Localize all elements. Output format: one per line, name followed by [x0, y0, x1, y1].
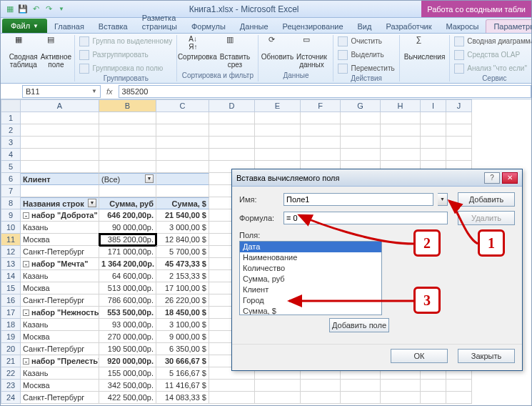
cell[interactable]: 11 416,67 $	[156, 380, 209, 392]
cell[interactable]	[301, 137, 341, 149]
row-header-17[interactable]: 17	[1, 307, 21, 319]
row-header-4[interactable]: 4	[1, 149, 21, 161]
formula-input[interactable]: 385200	[119, 85, 531, 98]
cell[interactable]	[99, 124, 156, 137]
cell[interactable]: 93 000,00р.	[99, 319, 156, 331]
cell[interactable]	[156, 173, 209, 185]
row-header-12[interactable]: 12	[1, 246, 21, 258]
cell[interactable]	[255, 149, 301, 161]
cell[interactable]: 190 500,00р.	[99, 343, 156, 355]
row-header-10[interactable]: 10	[1, 222, 21, 234]
cell[interactable]	[341, 380, 381, 392]
redo-icon[interactable]: ↷	[44, 4, 54, 14]
row-header-19[interactable]: 19	[1, 331, 21, 343]
tab-view[interactable]: Вид	[351, 20, 379, 33]
cell[interactable]: 385 200,00р.	[99, 234, 156, 246]
cell[interactable]	[209, 380, 255, 392]
row-header-7[interactable]: 7	[1, 185, 21, 197]
cell[interactable]	[381, 392, 421, 404]
row-header-18[interactable]: 18	[1, 319, 21, 331]
cell[interactable]: -набор "Нежность"	[21, 307, 99, 319]
cell[interactable]	[446, 149, 472, 161]
cell[interactable]	[99, 185, 156, 197]
cell[interactable]: Казань	[21, 367, 99, 380]
ungroup-button[interactable]: Разгруппировать	[79, 49, 172, 61]
col-header-B[interactable]: B	[99, 99, 156, 112]
clear-button[interactable]: Очистить	[338, 35, 394, 47]
cell[interactable]: 14 083,33 $	[156, 392, 209, 404]
cell[interactable]: Сумма, руб	[99, 197, 156, 209]
cell[interactable]	[255, 112, 301, 124]
add-field-button[interactable]: Добавить поле	[329, 318, 389, 332]
calculations-button[interactable]: ∑Вычисления	[404, 35, 446, 61]
cell[interactable]	[301, 124, 341, 137]
formula-input-dialog[interactable]	[283, 212, 448, 224]
col-header-J[interactable]: J	[446, 99, 472, 112]
cell[interactable]: Санкт-Петербург	[21, 246, 99, 258]
cell[interactable]: Москва	[21, 380, 99, 392]
cell[interactable]	[341, 149, 381, 161]
row-header-5[interactable]: 5	[1, 161, 21, 173]
cell[interactable]: 513 000,00р.	[99, 282, 156, 294]
field-item[interactable]: Клиент	[240, 284, 381, 295]
row-header-6[interactable]: 6	[1, 173, 21, 185]
cell[interactable]: Москва	[21, 331, 99, 343]
tab-page-layout[interactable]: Разметка страницы	[135, 11, 184, 33]
group-selection-button[interactable]: Группа по выделенному	[79, 35, 172, 47]
cell[interactable]	[21, 137, 99, 149]
cell[interactable]	[421, 112, 446, 124]
pivotchart-button[interactable]: Сводная диаграмма	[454, 35, 532, 47]
row-header-21[interactable]: 21	[1, 355, 21, 367]
cell[interactable]: 90 000,00р.	[99, 222, 156, 234]
field-item[interactable]: Сумма, руб	[240, 274, 381, 284]
cell[interactable]: 26 220,00 $	[156, 294, 209, 307]
cell[interactable]	[446, 112, 472, 124]
tab-home[interactable]: Главная	[47, 20, 91, 33]
cell[interactable]: 18 450,00 $	[156, 307, 209, 319]
cell[interactable]: 3 100,00 $	[156, 319, 209, 331]
col-header-A[interactable]: A	[21, 99, 99, 112]
row-header-13[interactable]: 13	[1, 258, 21, 270]
row-header-15[interactable]: 15	[1, 282, 21, 294]
cell[interactable]	[99, 161, 156, 173]
cell[interactable]: Клиент	[21, 173, 99, 185]
cell[interactable]: 30 666,67 $	[156, 355, 209, 367]
cell[interactable]	[446, 137, 472, 149]
name-box[interactable]: B11▼	[22, 85, 101, 98]
cell[interactable]	[446, 380, 472, 392]
add-button[interactable]: Добавить	[458, 192, 515, 207]
tab-developer[interactable]: Разработчик	[378, 20, 438, 33]
active-field-button[interactable]: ▤Активное поле	[41, 35, 70, 69]
tab-data[interactable]: Данные	[233, 20, 276, 33]
filter-dropdown-icon[interactable]: ▼	[145, 174, 154, 183]
cell[interactable]: 64 600,00р.	[99, 270, 156, 282]
dialog-help-button[interactable]: ?	[484, 172, 500, 184]
cell[interactable]: 270 000,00р.	[99, 331, 156, 343]
cell[interactable]	[21, 124, 99, 137]
cell[interactable]	[341, 137, 381, 149]
tab-insert[interactable]: Вставка	[91, 20, 135, 33]
cell[interactable]: 786 600,00р.	[99, 294, 156, 307]
collapse-icon[interactable]: -	[23, 358, 29, 365]
cell[interactable]	[156, 161, 209, 173]
cell[interactable]	[381, 149, 421, 161]
row-header-1[interactable]: 1	[1, 112, 21, 124]
cell[interactable]	[381, 380, 421, 392]
cell[interactable]: 6 350,00 $	[156, 343, 209, 355]
cell[interactable]	[156, 112, 209, 124]
row-header-9[interactable]: 9	[1, 209, 21, 222]
data-source-button[interactable]: ▭Источник данных	[294, 35, 328, 69]
collapse-icon[interactable]: -	[23, 212, 29, 219]
qat-dropdown-icon[interactable]: ▼	[56, 4, 66, 14]
cell[interactable]: Москва	[21, 282, 99, 294]
cell[interactable]	[156, 137, 209, 149]
cell[interactable]	[446, 124, 472, 137]
cell[interactable]	[156, 149, 209, 161]
cell[interactable]: 1 364 200,00р.	[99, 258, 156, 270]
cell[interactable]	[421, 149, 446, 161]
row-header-16[interactable]: 16	[1, 294, 21, 307]
close-button[interactable]: Закрыть	[458, 349, 515, 363]
col-header-C[interactable]: C	[156, 99, 209, 112]
tab-macros[interactable]: Макросы	[439, 20, 486, 33]
col-header-H[interactable]: H	[381, 99, 421, 112]
